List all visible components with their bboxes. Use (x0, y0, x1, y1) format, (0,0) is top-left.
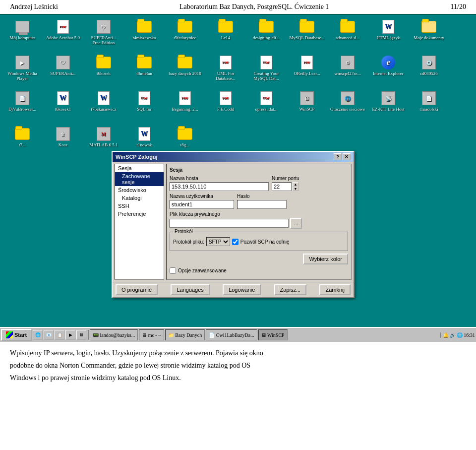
dialog-close-button[interactable]: ✕ (343, 153, 351, 160)
save-button[interactable]: Zapisz... (274, 284, 307, 295)
desktop-icon-t1nadolski[interactable]: 📄 t1nadolski (409, 88, 449, 123)
quick-launch-btn1[interactable]: 🌐 (33, 330, 43, 340)
desktop-icon-superanti[interactable]: 🛡 SUPERAnti...Free Edition (84, 17, 123, 52)
desktop-icon-otoczenie[interactable]: 🌐 Otoczenie sieciowe (328, 88, 367, 123)
desktop-icon-t5fedoryniec[interactable]: t5fedoryniec (165, 17, 205, 52)
desktop-icon-fe-codd[interactable]: PDF F.E.Codd (206, 88, 245, 123)
protocol-group-title: Protokół (173, 229, 194, 234)
private-key-browse-button[interactable]: ... (290, 218, 302, 229)
desktop-icon-html-jezyk[interactable]: W HTML język (368, 17, 408, 52)
desktop-icon-le14[interactable]: Le14 (206, 17, 245, 52)
desktop-icon-t7-folder[interactable]: t7... (2, 124, 42, 159)
dialog-help-button[interactable]: ? (334, 153, 342, 160)
desktop-icon-opress[interactable]: PDF opress_dat... (246, 88, 286, 123)
port-down-button[interactable]: ▼ (293, 187, 298, 191)
desktop-icon-umf[interactable]: PDF UML For Database... (206, 53, 245, 87)
desktop-icon-windows-media[interactable]: ▶ Windows Media Player (2, 53, 42, 87)
tray-icon1: 🔔 (443, 332, 449, 338)
login-button[interactable]: Logowanie (223, 284, 261, 295)
quick-launch-btn3[interactable]: 📋 (55, 330, 64, 340)
tray-icon3: 🌐 (457, 332, 463, 338)
desktop-icon-mysql-database[interactable]: MySQL Database... (287, 17, 327, 52)
advanced-checkbox-row: Opcje zaawansowane (170, 267, 348, 274)
sidebar-item-ssh[interactable]: SSH (115, 202, 164, 210)
footer-line3: Windows i po prawej stronie widzimy kata… (10, 373, 466, 383)
sidebar-item-katalogi[interactable]: Katalogi (115, 194, 164, 202)
advanced-label: Opcje zaawansowane (178, 268, 227, 273)
taskbar-tray: 🔔 🔊 🌐 16:31 (440, 332, 475, 338)
choose-color-row: Wybierz kolor (170, 254, 348, 264)
port-label: Numer portu (272, 176, 299, 181)
desktop: Mój komputer PDF Adobe Acrobat 5.0 🛡 SUP… (0, 14, 476, 342)
header-author: Andrzej Leśnicki (10, 3, 58, 11)
desktop-icon-creating-your[interactable]: PDF Creating Your MySQL Dat... (246, 53, 286, 87)
sidebar-item-srodowisko[interactable]: Środowisko (115, 186, 164, 194)
quick-launch-btn2[interactable]: 📧 (44, 330, 54, 340)
desktop-icon-superanti2[interactable]: 🛡 SUPERAnti... (43, 53, 83, 87)
desktop-icon-t6kosek1[interactable]: W t6kosek1 (43, 88, 83, 123)
username-input[interactable] (170, 200, 234, 209)
desktop-icon-t6kosek[interactable]: t6kosek (84, 53, 123, 87)
desktop-icon-advanced-d[interactable]: advanced-d... (328, 17, 367, 52)
desktop-icon-sql-for[interactable]: PDF SQL for (124, 88, 164, 123)
advanced-checkbox[interactable] (170, 267, 176, 274)
private-key-input[interactable] (170, 219, 289, 228)
protocol-row: Protokół pliku: SFTP FTP SCP Pozwól SCP … (173, 237, 345, 246)
desktop-icon-internet-explorer[interactable]: e Internet Explorer (368, 53, 408, 87)
quick-launch-btn4[interactable]: ▶ (65, 330, 75, 340)
desktop-icon-beginning2[interactable]: PDF Beginning_2... (165, 88, 205, 123)
desktop-icon-winscp427[interactable]: ⚙ winscp427se... (328, 53, 367, 87)
password-input[interactable] (237, 200, 287, 209)
taskbar-quick-launch: 🌐 📧 📋 ▶ 🖥 (33, 330, 89, 340)
footer-line1: Wpisujemy IP serwera, login, hasło. Uzys… (10, 348, 466, 358)
desktop-icon-t8mielan[interactable]: t8mielan (124, 53, 164, 87)
start-button[interactable]: Start (1, 329, 32, 341)
desktop-icon-djvu[interactable]: 📄 DjVuBrowser... (2, 88, 42, 123)
desktop-icon-cd080526[interactable]: 💿 cd080526 (409, 53, 449, 87)
host-col: Nazwa hosta (170, 176, 269, 191)
desktop-icon-bazy-danych[interactable]: bazy danych 2010 (165, 53, 205, 87)
protocol-label: Protokół pliku: (173, 239, 204, 245)
private-key-col: Plik klucza prywatnego ... (170, 211, 348, 229)
sidebar-item-zachowane-sesje[interactable]: Zachowane sesje (115, 172, 164, 186)
close-button[interactable]: Zamknij (319, 284, 351, 295)
taskbar-item-cwi1[interactable]: 📄 Cwi1LabBazyDa... (206, 329, 257, 340)
allow-scp-checkbox[interactable] (232, 239, 238, 245)
desktop-icon-designing-elf[interactable]: designing-elf... (246, 17, 286, 52)
taskbar-running-items: 📟 landos@bazyks... 🖥 mc - ~ 📁 Bazy Danyc… (90, 329, 439, 340)
protocol-select[interactable]: SFTP FTP SCP (206, 237, 230, 246)
desktop-icon-moj-komputer[interactable]: Mój komputer (2, 17, 42, 52)
private-key-label: Plik klucza prywatnego (170, 211, 348, 217)
desktop-icon-ezkit[interactable]: 📡 EZ-KIT Lite Host (368, 88, 408, 123)
taskbar-item-bazy-danych[interactable]: 📁 Bazy Danych (165, 329, 205, 340)
choose-color-button[interactable]: Wybierz kolor (303, 254, 348, 264)
desktop-icon-moje-dokumenty[interactable]: Moje dokumenty (409, 17, 449, 52)
port-up-button[interactable]: ▲ (293, 182, 298, 187)
dialog-titlebar: WinSCP Zaloguj ? ✕ (113, 152, 354, 162)
footer-text: Wpisujemy IP serwera, login, hasło. Uzys… (0, 342, 476, 390)
desktop-icon-t7bekasiewicz[interactable]: W t7bekasiewicz (84, 88, 123, 123)
taskbar-item-landos[interactable]: 📟 landos@bazyks... (90, 329, 138, 340)
about-button[interactable]: O programie (116, 284, 158, 295)
password-col: Hasło (237, 193, 287, 209)
desktop-icon-t4miszewska[interactable]: t4miszewska (124, 17, 164, 52)
port-input[interactable] (272, 182, 292, 191)
dialog-section-title: Sesja (170, 167, 348, 173)
header-page: 11/20 (451, 3, 466, 11)
sidebar-item-sesja[interactable]: Sesja (115, 164, 164, 172)
winscp-dialog: WinSCP Zaloguj ? ✕ Sesja Zachowane sesje… (112, 151, 355, 298)
desktop-icon-oreilly[interactable]: PDF OReilly.Lear... (287, 53, 327, 87)
desktop-icon-kosz[interactable]: 🗑 Kosz (43, 124, 83, 159)
protocol-group: Protokół Protokół pliku: SFTP FTP SCP Po… (170, 232, 348, 251)
taskbar-item-mc[interactable]: 🖥 mc - ~ (139, 329, 164, 340)
host-input[interactable] (170, 182, 269, 191)
desktop-icon-adobe-acrobat[interactable]: PDF Adobe Acrobat 5.0 (43, 17, 83, 52)
tray-icon2: 🔊 (450, 332, 456, 338)
desktop-icon-winscp[interactable]: 🖥 WinSCP (287, 88, 327, 123)
sidebar-item-preferencje[interactable]: Preferencje (115, 210, 164, 218)
taskbar-item-winscp[interactable]: 🖥 WinSCP (258, 329, 288, 340)
quick-launch-btn5[interactable]: 🖥 (76, 330, 86, 340)
allow-scp-label: Pozwól SCP na cofnię (240, 239, 290, 245)
header-title: Laboratorium Baz Danych, PostgreSQL. Ćwi… (179, 3, 329, 11)
languages-button[interactable]: Languages (171, 284, 209, 295)
